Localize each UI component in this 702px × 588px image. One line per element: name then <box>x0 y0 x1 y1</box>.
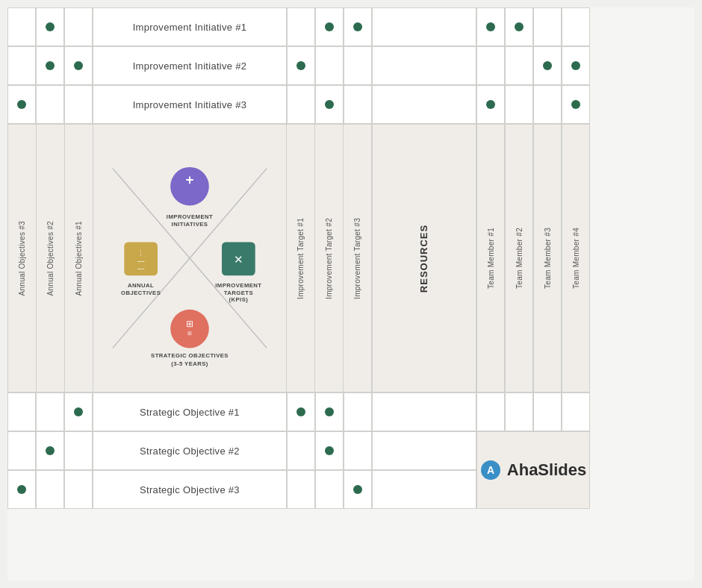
cell-r7-c6 <box>315 470 344 509</box>
ahaslides-logo-icon: A <box>480 460 501 481</box>
cell-r3-c7 <box>344 85 372 124</box>
diagram-cell: Annual Objectives #3 Annual Objectives #… <box>7 124 372 392</box>
svg-text:(KPIS): (KPIS) <box>229 296 248 303</box>
dot <box>543 61 552 70</box>
cell-r5-c1 <box>7 392 36 431</box>
cell-r5-c11 <box>533 392 562 431</box>
svg-text:⊞: ⊞ <box>186 319 193 329</box>
dot <box>46 22 55 31</box>
cell-r1-c2 <box>36 7 64 46</box>
strategic-3-label: Strategic Objective #3 <box>93 470 287 509</box>
cell-r3-c3 <box>64 85 93 124</box>
svg-text:(3-5 YEARS): (3-5 YEARS) <box>171 360 208 367</box>
dot <box>296 61 305 70</box>
cell-r5-c6 <box>315 392 344 431</box>
cell-r5-c8 <box>372 392 476 431</box>
cell-r3-c11 <box>533 85 562 124</box>
dot <box>17 100 26 109</box>
dot <box>325 407 334 416</box>
svg-text:IMPROVEMENT: IMPROVEMENT <box>167 213 213 220</box>
cell-r1-c9 <box>476 7 505 46</box>
cell-r5-c3 <box>64 392 93 431</box>
diagram-svg: + IMPROVEMENT INITIATIVES ⋮ — — ANNUAL O… <box>93 125 286 392</box>
cell-r2-c5 <box>287 46 315 85</box>
cell-r1-c12 <box>562 7 590 46</box>
dot <box>296 407 305 416</box>
cell-r3-c12 <box>562 85 590 124</box>
cell-r3-c2 <box>36 85 64 124</box>
cell-r7-c5 <box>287 470 315 509</box>
svg-text:⋮: ⋮ <box>137 249 144 257</box>
dot <box>17 485 26 494</box>
dot <box>46 61 55 70</box>
cell-r6-c7 <box>344 431 372 470</box>
cell-r1-c8 <box>372 7 476 46</box>
brand-name: AhaSlides <box>507 460 586 480</box>
cell-r5-c7 <box>344 392 372 431</box>
dot <box>353 485 362 494</box>
ahaslides-brand: A AhaSlides <box>476 431 590 509</box>
svg-text:⊞: ⊞ <box>187 331 192 336</box>
cell-r2-c6 <box>315 46 344 85</box>
cell-r5-c9 <box>476 392 505 431</box>
imp-target-2-header: Improvement Target #2 <box>325 218 333 299</box>
cell-r3-c1 <box>7 85 36 124</box>
team-member-3-header: Team Member #3 <box>533 124 562 392</box>
cell-r7-c3 <box>64 470 93 509</box>
cell-r1-c3 <box>64 7 93 46</box>
annual-obj-3-header: Annual Objectives #3 <box>18 221 26 296</box>
cell-r5-c2 <box>36 392 64 431</box>
cell-r3-c9 <box>476 85 505 124</box>
dot <box>515 22 524 31</box>
cell-r7-c1 <box>7 470 36 509</box>
svg-text:✕: ✕ <box>234 253 243 266</box>
svg-text:TARGETS: TARGETS <box>224 290 253 296</box>
cell-r5-c5 <box>287 392 315 431</box>
cell-r2-c2 <box>36 46 64 85</box>
cell-r6-c1 <box>7 431 36 470</box>
cell-r1-c1 <box>7 7 36 46</box>
cell-r2-c8 <box>372 46 476 85</box>
dot <box>486 100 495 109</box>
svg-text:+: + <box>185 172 193 187</box>
svg-text:A: A <box>487 464 494 476</box>
svg-text:OBJECTIVES: OBJECTIVES <box>121 290 161 296</box>
imp-target-1-header: Improvement Target #1 <box>296 218 305 299</box>
cell-r3-c5 <box>287 85 315 124</box>
dot <box>325 22 334 31</box>
strategic-2-label: Strategic Objective #2 <box>93 431 287 470</box>
cell-r6-c3 <box>64 431 93 470</box>
team-member-1-header: Team Member #1 <box>476 124 505 392</box>
dot <box>74 407 83 416</box>
initiative-2-label: Improvement Initiative #2 <box>93 46 287 85</box>
cell-r2-c3 <box>64 46 93 85</box>
cell-r5-c12 <box>562 392 590 431</box>
team-member-2-header: Team Member #2 <box>505 124 533 392</box>
cell-r7-c8 <box>372 470 476 509</box>
cell-r6-c6 <box>315 431 344 470</box>
dot <box>486 22 495 31</box>
cell-r1-c11 <box>533 7 562 46</box>
cell-r2-c11 <box>533 46 562 85</box>
dot <box>571 100 580 109</box>
cell-r2-c1 <box>7 46 36 85</box>
resources-header: RESOURCES <box>372 124 476 392</box>
dot <box>325 100 334 109</box>
initiative-3-label: Improvement Initiative #3 <box>93 85 287 124</box>
team-member-4-header: Team Member #4 <box>562 124 590 392</box>
cell-r1-c10 <box>505 7 533 46</box>
cell-r6-c5 <box>287 431 315 470</box>
cell-r2-c12 <box>562 46 590 85</box>
annual-obj-2-header: Annual Objectives #2 <box>46 221 55 296</box>
cell-r1-c6 <box>315 7 344 46</box>
cell-r3-c8 <box>372 85 476 124</box>
svg-text:—: — <box>137 257 145 265</box>
dot <box>325 446 334 455</box>
cell-r6-c8 <box>372 431 476 470</box>
dot <box>353 22 362 31</box>
svg-text:IMPROVEMENT: IMPROVEMENT <box>215 282 261 289</box>
imp-target-3-header: Improvement Target #3 <box>353 218 361 299</box>
cell-r7-c7 <box>344 470 372 509</box>
svg-text:ANNUAL: ANNUAL <box>128 282 154 289</box>
dot <box>571 61 580 70</box>
